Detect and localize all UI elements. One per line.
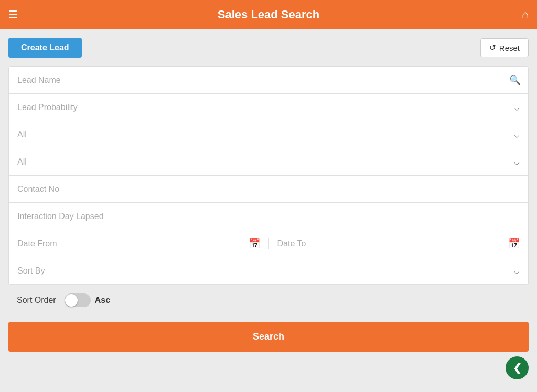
chevron-down-icon-4: ⌵: [514, 265, 520, 277]
sort-order-toggle-label: Asc: [95, 296, 110, 305]
sort-order-label: Sort Order: [17, 296, 56, 305]
chevron-down-icon-2: ⌵: [514, 129, 520, 140]
contact-no-row: [9, 176, 528, 203]
reset-label: Reset: [499, 43, 520, 52]
calendar-from-icon[interactable]: 📅: [249, 238, 260, 249]
chevron-down-icon: ⌵: [514, 102, 520, 113]
calendar-to-icon[interactable]: 📅: [508, 238, 520, 249]
date-from-half: 📅: [9, 238, 269, 249]
top-bar: Create Lead ↺ Reset: [8, 38, 529, 58]
date-to-input[interactable]: [277, 239, 509, 248]
toggle-knob: [65, 294, 78, 307]
date-to-half: 📅: [269, 238, 529, 249]
lead-probability-label: Lead Probability: [17, 103, 514, 112]
lead-name-row: 🔍: [9, 67, 528, 94]
menu-icon[interactable]: ☰: [8, 8, 18, 21]
search-form: 🔍 Lead Probability ⌵ All ⌵ All ⌵: [8, 66, 529, 285]
sort-order-row: Sort Order Asc: [8, 285, 529, 315]
header: ☰ Sales Lead Search ⌂: [0, 0, 537, 29]
back-button[interactable]: ❮: [506, 356, 529, 379]
date-row: 📅 📅: [9, 230, 528, 257]
search-button[interactable]: Search: [8, 322, 529, 352]
all-2-row[interactable]: All ⌵: [9, 148, 528, 176]
toggle-container: Asc: [65, 293, 110, 307]
reset-button[interactable]: ↺ Reset: [480, 38, 529, 57]
chevron-down-icon-3: ⌵: [514, 156, 520, 168]
sort-by-row[interactable]: Sort By ⌵: [9, 257, 528, 285]
page-title: Sales Lead Search: [218, 8, 319, 21]
interaction-day-row: [9, 203, 528, 230]
all-1-label: All: [17, 130, 514, 139]
sort-order-toggle[interactable]: [65, 293, 91, 307]
search-icon: 🔍: [502, 74, 528, 86]
create-lead-button[interactable]: Create Lead: [8, 38, 82, 58]
all-2-label: All: [17, 157, 514, 167]
contact-no-input[interactable]: [9, 177, 528, 201]
home-button[interactable]: ⌂: [522, 8, 529, 21]
lead-probability-row[interactable]: Lead Probability ⌵: [9, 94, 528, 121]
reset-icon: ↺: [489, 43, 496, 52]
back-icon: ❮: [513, 362, 522, 374]
sort-by-label: Sort By: [17, 266, 514, 276]
interaction-day-input[interactable]: [9, 204, 528, 228]
lead-name-input[interactable]: [9, 68, 502, 92]
all-1-row[interactable]: All ⌵: [9, 121, 528, 148]
main-content: Create Lead ↺ Reset 🔍 Lead Probability ⌵…: [0, 29, 537, 392]
date-from-input[interactable]: [17, 239, 249, 248]
